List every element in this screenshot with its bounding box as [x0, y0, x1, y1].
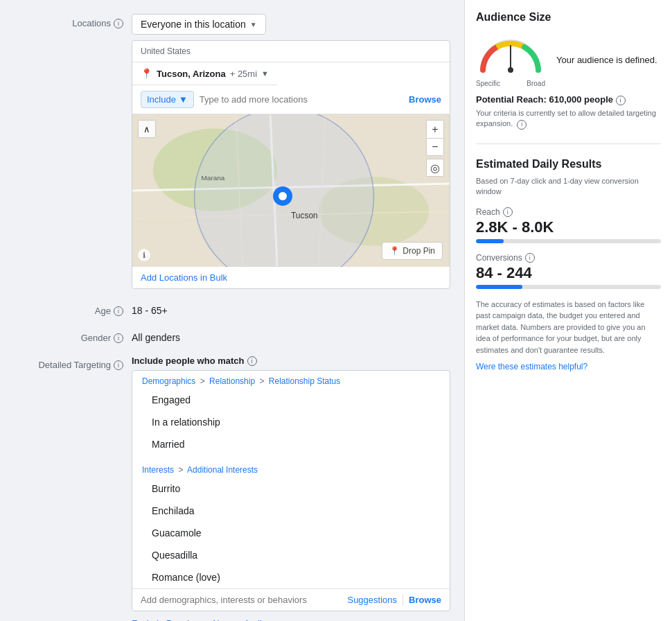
suggestions-button[interactable]: Suggestions — [347, 595, 397, 605]
include-button[interactable]: Include ▼ — [141, 91, 194, 108]
locations-label: Locations i — [7, 14, 132, 28]
reach-bar-fill — [476, 239, 504, 243]
gender-content: All genders — [132, 329, 450, 343]
relationship-link[interactable]: Relationship — [209, 376, 255, 386]
city-name: Tucson, Arizona — [157, 69, 226, 79]
chevron-icon[interactable]: ▼ — [261, 69, 269, 78]
include-label: Include — [147, 94, 176, 105]
pin-icon: 📍 — [141, 68, 152, 79]
reach-value: 2.8K - 8.0K — [476, 218, 661, 236]
gender-label-text: Gender — [81, 333, 111, 343]
gender-label: Gender i — [7, 329, 132, 343]
locations-label-text: Locations — [72, 18, 111, 28]
or-text: or — [200, 618, 208, 621]
dropdown-label: Everyone in this location — [141, 19, 246, 30]
conversions-info-icon[interactable]: i — [525, 253, 535, 263]
targeting-browse-button[interactable]: Browse — [403, 595, 441, 605]
helpful-link[interactable]: Were these estimates helpful? — [476, 362, 587, 371]
locations-row: Locations i Everyone in this location ▼ … — [7, 14, 450, 289]
reach-label: Reach — [476, 207, 500, 217]
daily-sub: Based on 7-day click and 1-day view conv… — [476, 176, 661, 198]
age-row: Age i 18 - 65+ — [7, 301, 450, 316]
broad-label: Broad — [527, 80, 545, 87]
age-info-icon[interactable]: i — [114, 306, 123, 316]
criteria-text: Your criteria is currently set to allow … — [476, 108, 661, 130]
age-label-text: Age — [95, 306, 111, 316]
detailed-targeting-content: Include people who match i Demographics … — [132, 356, 450, 621]
right-panel: Audience Size Specific — [464, 0, 672, 621]
svg-point-14 — [508, 67, 513, 73]
distance-label: + 25mi — [230, 69, 257, 79]
age-value: 18 - 65+ — [132, 301, 450, 316]
exclude-people-link[interactable]: Exclude People — [132, 618, 194, 621]
targeting-item-engaged: Engaged — [132, 389, 450, 411]
daily-results-section: Estimated Daily Results Based on 7-day c… — [476, 158, 661, 371]
gender-value: All genders — [132, 329, 450, 343]
footer-links: Exclude People or Narrow Audience — [132, 618, 450, 621]
gender-row: Gender i All genders — [7, 329, 450, 343]
location-dropdown[interactable]: Everyone in this location ▼ — [132, 14, 266, 35]
include-bar: Include ▼ Browse — [132, 85, 450, 114]
svg-text:Tucson: Tucson — [291, 211, 318, 220]
add-bulk-anchor[interactable]: Add Locations in Bulk — [141, 272, 227, 283]
specific-label: Specific — [476, 80, 500, 87]
interests-category: Interests > Additional Interests — [132, 460, 450, 478]
criteria-info-icon[interactable]: i — [517, 120, 527, 130]
daily-title: Estimated Daily Results — [476, 158, 661, 170]
gauge-labels: Specific Broad — [476, 80, 545, 87]
reach-info-icon[interactable]: i — [503, 207, 513, 217]
targeting-item-in-relationship: In a relationship — [132, 411, 450, 433]
detailed-targeting-label-text: Detailed Targeting — [38, 360, 111, 370]
potential-reach-value: 610,000 people — [549, 94, 613, 105]
location-browse-button[interactable]: Browse — [409, 94, 441, 105]
detailed-targeting-row: Detailed Targeting i Include people who … — [7, 356, 450, 621]
country-text: United States — [141, 46, 191, 56]
targeting-header-label: Include people who match — [132, 356, 245, 366]
detailed-targeting-label: Detailed Targeting i — [7, 356, 132, 370]
targeting-box: Demographics > Relationship > Relationsh… — [132, 370, 450, 611]
gender-info-icon[interactable]: i — [114, 333, 123, 343]
map-area: Tucson Marana + − ◎ ∧ 📍 Drop Pin — [132, 114, 450, 267]
map-zoom-out-button[interactable]: − — [426, 138, 444, 156]
location-search-input[interactable] — [200, 94, 403, 105]
audience-defined-text: Your audience is defined. — [556, 55, 657, 65]
targeting-search-input[interactable] — [141, 595, 342, 605]
locations-info-icon[interactable]: i — [114, 19, 123, 28]
targeting-item-enchilada: Enchilada — [132, 500, 450, 522]
targeting-item-quesadilla: Quesadilla — [132, 544, 450, 566]
locations-content: Everyone in this location ▼ United State… — [132, 14, 450, 289]
targeting-item-married: Married — [132, 433, 450, 455]
drop-pin-button[interactable]: 📍 Drop Pin — [382, 242, 443, 260]
map-location-button[interactable]: ◎ — [426, 159, 444, 177]
add-bulk-link[interactable]: Add Locations in Bulk — [132, 267, 450, 288]
narrow-audience-link[interactable]: Narrow Audience — [213, 618, 281, 621]
demographics-link[interactable]: Demographics — [142, 376, 195, 386]
location-box: United States 📍 Tucson, Arizona + 25mi ▼… — [132, 40, 450, 289]
sep2: > — [259, 376, 264, 386]
targeting-header-text: Include people who match i — [132, 356, 450, 366]
conversions-bar — [476, 285, 661, 289]
relationship-status-link[interactable]: Relationship Status — [269, 376, 340, 386]
chevron-down-icon: ▼ — [250, 21, 257, 28]
map-zoom-in-button[interactable]: + — [426, 120, 444, 138]
targeting-header-info-icon[interactable]: i — [247, 356, 257, 366]
conversions-label: Conversions — [476, 253, 522, 263]
sep1: > — [200, 376, 205, 386]
accuracy-text: The accuracy of estimates is based on fa… — [476, 299, 661, 356]
interests-link[interactable]: Interests — [142, 465, 174, 475]
conversions-label-row: Conversions i — [476, 253, 661, 263]
additional-interests-link[interactable]: Additional Interests — [187, 465, 258, 475]
drop-pin-label: Drop Pin — [403, 246, 435, 256]
pin-icon: 📍 — [389, 246, 400, 256]
potential-reach-info-icon[interactable]: i — [616, 96, 626, 105]
gauge-wrap: Specific Broad — [476, 32, 545, 87]
detailed-targeting-info-icon[interactable]: i — [114, 360, 123, 370]
targeting-item-guacamole: Guacamole — [132, 522, 450, 544]
targeting-item-burrito: Burrito — [132, 478, 450, 500]
conversions-bar-fill — [476, 285, 522, 289]
potential-reach-label: Potential Reach: — [476, 94, 547, 105]
map-collapse-button[interactable]: ∧ — [138, 120, 156, 138]
potential-reach: Potential Reach: 610,000 people i — [476, 94, 661, 105]
audience-size-title: Audience Size — [476, 11, 661, 24]
demographics-category: Demographics > Relationship > Relationsh… — [132, 371, 450, 389]
